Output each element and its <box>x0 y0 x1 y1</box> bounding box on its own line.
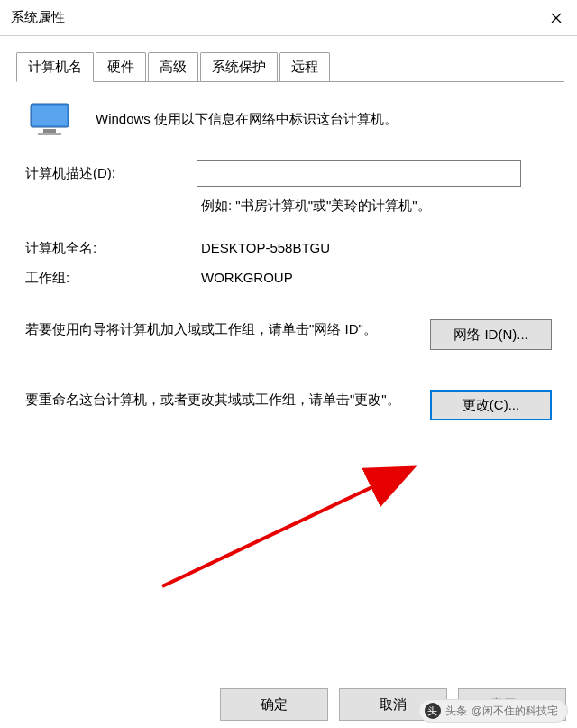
tab-remote[interactable]: 远程 <box>279 52 330 81</box>
network-id-row: 若要使用向导将计算机加入域或工作组，请单击"网络 ID"。 网络 ID(N)..… <box>25 318 552 350</box>
close-button[interactable] <box>536 0 577 36</box>
watermark-author: @闲不住的科技宅 <box>472 704 558 719</box>
change-button[interactable]: 更改(C)... <box>430 390 552 420</box>
dialog-content: 计算机名 硬件 高级 系统保护 远程 Windows 使用以下信息在网络中标识这… <box>0 36 577 429</box>
description-example: 例如: "书房计算机"或"美玲的计算机"。 <box>201 198 552 215</box>
svg-rect-4 <box>43 129 56 133</box>
tab-system-protection[interactable]: 系统保护 <box>200 52 278 81</box>
watermark-prefix: 头条 <box>445 704 467 719</box>
description-row: 计算机描述(D): <box>25 160 552 187</box>
description-input[interactable] <box>197 160 521 187</box>
tab-advanced[interactable]: 高级 <box>148 52 198 81</box>
workgroup-label: 工作组: <box>25 270 201 287</box>
computer-name-panel: Windows 使用以下信息在网络中标识这台计算机。 计算机描述(D): 例如:… <box>13 82 564 429</box>
workgroup-value: WORKGROUP <box>201 270 293 287</box>
annotation-arrow-icon <box>144 451 433 595</box>
monitor-icon <box>29 102 70 136</box>
ok-button[interactable]: 确定 <box>220 688 328 721</box>
network-id-button[interactable]: 网络 ID(N)... <box>430 319 552 350</box>
svg-rect-5 <box>38 133 61 135</box>
tab-strip: 计算机名 硬件 高级 系统保护 远程 <box>16 52 564 82</box>
tab-computer-name[interactable]: 计算机名 <box>16 52 94 82</box>
workgroup-row: 工作组: WORKGROUP <box>25 270 552 287</box>
fullname-row: 计算机全名: DESKTOP-558BTGU <box>25 240 552 257</box>
watermark-avatar-icon: 头 <box>425 703 441 719</box>
network-id-text: 若要使用向导将计算机加入域或工作组，请单击"网络 ID"。 <box>25 318 430 341</box>
fullname-value: DESKTOP-558BTGU <box>201 240 330 257</box>
intro-row: Windows 使用以下信息在网络中标识这台计算机。 <box>25 102 552 136</box>
tab-hardware[interactable]: 硬件 <box>96 52 146 81</box>
svg-rect-3 <box>32 106 67 125</box>
watermark: 头 头条 @闲不住的科技宅 <box>418 699 568 723</box>
description-label: 计算机描述(D): <box>25 165 197 182</box>
svg-line-7 <box>162 469 410 586</box>
change-text: 要重命名这台计算机，或者更改其域或工作组，请单击"更改"。 <box>25 388 430 411</box>
close-icon <box>551 13 562 23</box>
fullname-label: 计算机全名: <box>25 240 201 257</box>
intro-text: Windows 使用以下信息在网络中标识这台计算机。 <box>96 111 398 128</box>
window-title: 系统属性 <box>11 9 65 26</box>
titlebar: 系统属性 <box>0 0 577 36</box>
change-row: 要重命名这台计算机，或者更改其域或工作组，请单击"更改"。 更改(C)... <box>25 388 552 420</box>
